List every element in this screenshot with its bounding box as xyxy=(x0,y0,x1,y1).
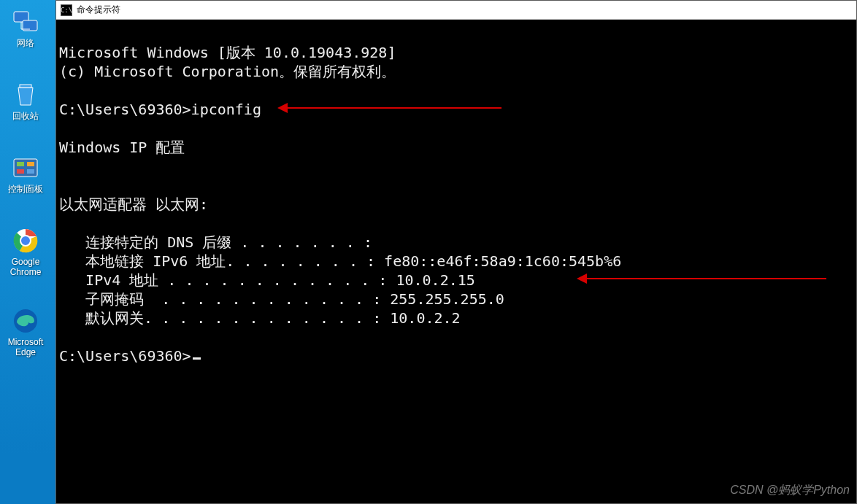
desktop-icon-chrome[interactable]: Google Chrome xyxy=(0,226,51,277)
window-title: 命令提示符 xyxy=(77,4,120,16)
desktop-icon-edge[interactable]: Microsoft Edge xyxy=(0,306,51,357)
term-line-prompt: C:\Users\69360> xyxy=(59,347,191,365)
watermark: CSDN @蚂蚁学Python xyxy=(730,483,850,498)
cursor xyxy=(193,357,201,360)
svg-rect-5 xyxy=(14,159,37,177)
svg-point-11 xyxy=(20,236,31,246)
desktop-icon-label: 网络 xyxy=(0,38,51,48)
svg-rect-6 xyxy=(17,162,24,166)
desktop-icon-label: 回收站 xyxy=(0,111,51,121)
cmd-window-icon: C:\ xyxy=(61,4,72,16)
desktop-icon-recycle-bin[interactable]: 回收站 xyxy=(0,80,51,121)
term-line-ipv4: IPv4 地址 . . . . . . . . . . . . : 10.0.2… xyxy=(59,271,475,289)
annotation-arrow-ipv4 xyxy=(582,278,826,279)
recycle-bin-icon xyxy=(11,80,40,109)
edge-icon xyxy=(11,306,40,336)
desktop-icon-label: 控制面板 xyxy=(0,184,51,194)
term-line: 连接特定的 DNS 后缀 . . . . . . . : xyxy=(59,233,372,251)
svg-rect-8 xyxy=(17,169,24,174)
chrome-icon xyxy=(11,226,40,255)
control-panel-icon xyxy=(11,153,40,182)
term-line: 默认网关. . . . . . . . . . . . . : 10.0.2.2 xyxy=(59,309,461,327)
command-prompt-window: C:\ 命令提示符 Microsoft Windows [版本 10.0.190… xyxy=(55,0,857,504)
term-line: Windows IP 配置 xyxy=(59,139,185,156)
term-line: (c) Microsoft Corporation。保留所有权利。 xyxy=(59,63,396,80)
term-line: Microsoft Windows [版本 10.0.19043.928] xyxy=(59,44,396,61)
svg-rect-4 xyxy=(20,85,31,88)
svg-rect-9 xyxy=(27,169,34,174)
title-bar[interactable]: C:\ 命令提示符 xyxy=(56,1,856,20)
term-line-command: C:\Users\69360>ipconfig xyxy=(59,101,261,118)
term-line: 以太网适配器 以太网: xyxy=(59,195,208,213)
svg-rect-7 xyxy=(27,162,34,166)
term-line: 子网掩码 . . . . . . . . . . . . : 255.255.2… xyxy=(59,290,504,308)
desktop-icon-label: Microsoft Edge xyxy=(0,337,51,357)
term-line: 本地链接 IPv6 地址. . . . . . . . : fe80::e46f… xyxy=(59,252,621,270)
desktop-icon-label: Google Chrome xyxy=(0,257,51,277)
desktop-icon-network[interactable]: 网络 xyxy=(0,7,51,48)
network-icon xyxy=(11,7,40,36)
annotation-arrow-command xyxy=(283,107,501,109)
desktop-icon-control-panel[interactable]: 控制面板 xyxy=(0,153,51,194)
terminal-output[interactable]: Microsoft Windows [版本 10.0.19043.928] (c… xyxy=(56,20,856,503)
